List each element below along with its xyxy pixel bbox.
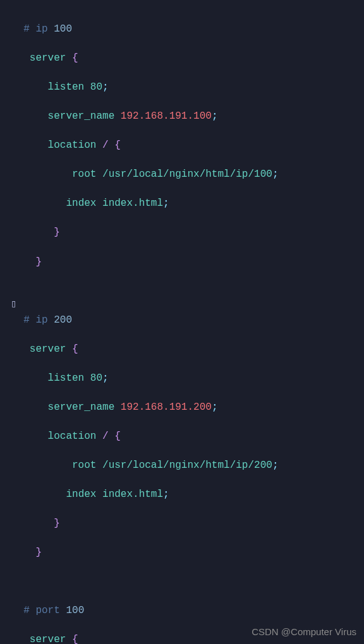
index-keyword: index <box>66 198 96 209</box>
server-keyword: server <box>30 343 66 355</box>
comment-line: # ip 200 <box>11 313 364 328</box>
listen-keyword: listen <box>48 373 85 384</box>
semicolon: ; <box>102 373 109 384</box>
location-keyword: location <box>48 140 97 151</box>
semicolon: ; <box>272 169 279 180</box>
code-editor[interactable]: # ip 100 server { listen 80; server_name… <box>11 8 364 644</box>
location-keyword: location <box>48 431 97 442</box>
brace-open: { <box>114 140 121 151</box>
blank-line <box>11 575 364 589</box>
listen-line: listen 80; <box>11 371 364 386</box>
location-path: / <box>102 431 109 442</box>
listen-line: listen 80; <box>11 80 364 95</box>
root-line: root /usr/local/nginx/html/ip/200; <box>11 458 364 473</box>
index-value: index.html <box>102 489 163 500</box>
listen-value: 80 <box>90 81 102 93</box>
brace-close: } <box>35 256 42 268</box>
brace-open: { <box>72 52 78 64</box>
brace-open: { <box>72 634 78 644</box>
comment-text: # ip <box>23 314 54 326</box>
comment-number: 200 <box>54 314 72 326</box>
cursor-icon: ▯ <box>11 297 17 312</box>
root-value: /usr/local/nginx/html/ip/100 <box>102 169 272 180</box>
semicolon: ; <box>102 81 109 93</box>
server-open: server { <box>11 51 364 66</box>
watermark-text: CSDN @Computer Virus <box>252 625 356 639</box>
comment-line: # port 100 <box>11 604 364 618</box>
location-line: location / { <box>11 429 364 444</box>
location-line: location / { <box>11 138 364 153</box>
brace-open: { <box>72 343 78 355</box>
listen-keyword: listen <box>48 81 85 93</box>
semicolon: ; <box>163 198 169 209</box>
brace-close-line: } <box>11 546 364 560</box>
root-value: /usr/local/nginx/html/ip/200 <box>102 460 272 471</box>
brace-close: } <box>35 547 42 558</box>
comment-number: 100 <box>66 605 84 616</box>
root-line: root /usr/local/nginx/html/ip/100; <box>11 167 364 182</box>
index-keyword: index <box>66 489 96 500</box>
servername-value: 192.168.191.100 <box>121 110 212 122</box>
brace-close: } <box>54 518 60 529</box>
comment-number: 100 <box>54 23 72 35</box>
semicolon: ; <box>212 110 218 122</box>
server-open: server { <box>11 342 364 357</box>
blank-line <box>11 284 364 299</box>
semicolon: ; <box>272 460 279 471</box>
brace-close-line: } <box>11 255 364 270</box>
index-value: index.html <box>102 198 163 209</box>
location-path: / <box>102 140 109 151</box>
servername-keyword: server_name <box>48 110 115 122</box>
servername-value: 192.168.191.200 <box>121 402 212 413</box>
server-keyword: server <box>30 52 66 64</box>
root-keyword: root <box>72 169 96 180</box>
brace-open: { <box>114 431 121 442</box>
index-line: index index.html; <box>11 196 364 211</box>
comment-text: # port <box>23 605 66 616</box>
server-keyword: server <box>30 634 66 644</box>
comment-line: # ip 100 <box>11 22 364 37</box>
brace-close: } <box>54 227 60 238</box>
servername-line: server_name 192.168.191.200; <box>11 400 364 415</box>
brace-close-line: } <box>11 516 364 531</box>
servername-keyword: server_name <box>48 402 115 413</box>
semicolon: ; <box>163 489 169 500</box>
listen-value: 80 <box>90 373 102 384</box>
index-line: index index.html; <box>11 487 364 502</box>
servername-line: server_name 192.168.191.100; <box>11 109 364 124</box>
brace-close-line: } <box>11 225 364 240</box>
comment-text: # ip <box>23 23 54 35</box>
semicolon: ; <box>212 402 218 413</box>
root-keyword: root <box>72 460 96 471</box>
